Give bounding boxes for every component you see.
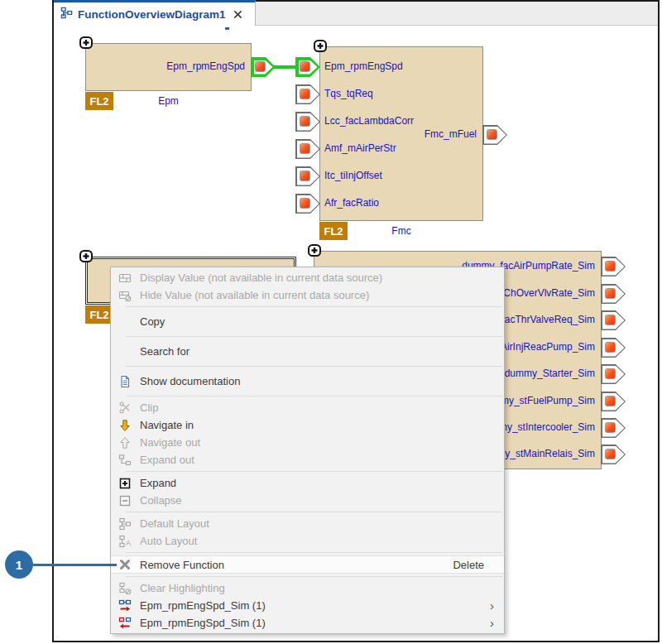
expand-icon	[118, 477, 132, 490]
menu-separator	[126, 552, 502, 553]
menu-item-remove-function[interactable]: Remove FunctionDelete	[111, 555, 504, 574]
output-port[interactable]	[251, 57, 276, 77]
no-icon	[118, 345, 132, 358]
port-label: Tqs_tqReq	[324, 88, 373, 100]
port-square	[300, 61, 310, 72]
input-port[interactable]	[295, 57, 320, 77]
tab-bar: FunctionOverviewDiagram1	[54, 0, 658, 26]
output-port[interactable]	[601, 284, 626, 304]
menu-item-hide-value: Hide Value (not available in current dat…	[111, 286, 504, 304]
remove-x-icon	[118, 558, 132, 571]
navigate-out-icon	[118, 436, 132, 449]
menu-item-navigate-in[interactable]: Navigate in	[111, 416, 504, 434]
input-port[interactable]	[295, 166, 320, 186]
block-name-label: Epm	[85, 95, 252, 107]
menu-item-label: Default Layout	[140, 517, 209, 530]
display-value-icon	[118, 272, 132, 285]
input-port[interactable]	[295, 139, 320, 159]
port-square	[605, 261, 616, 272]
port-square	[300, 89, 310, 99]
output-port[interactable]	[601, 338, 626, 358]
clear-highlighting-icon	[118, 582, 132, 595]
navigate-in-icon	[118, 419, 132, 432]
diagram-icon	[60, 7, 73, 22]
port-square	[605, 288, 616, 299]
highlight-sources-icon	[118, 599, 132, 613]
port-square	[300, 198, 310, 209]
menu-item-highlight-sources[interactable]: Epm_rpmEngSpd_Sim (1)›	[111, 597, 504, 614]
port-square	[605, 368, 616, 379]
output-port[interactable]	[601, 364, 626, 384]
menu-item-expand[interactable]: Expand	[111, 474, 504, 492]
block-badge: FL2	[85, 305, 113, 324]
submenu-arrow-icon: ›	[490, 599, 496, 612]
selection-marker	[225, 27, 229, 30]
output-port[interactable]	[601, 445, 626, 464]
port-square	[300, 143, 310, 154]
menu-item-clear-highlighting: Clear Highlighting	[111, 579, 504, 597]
auto-layout-icon: A	[118, 535, 132, 548]
scissors-icon	[118, 401, 132, 415]
port-square	[300, 116, 310, 127]
highlight-targets-icon	[118, 617, 132, 630]
expand-out-icon	[118, 454, 132, 467]
menu-separator	[126, 396, 502, 396]
menu-item-label: Hide Value (not available in current dat…	[140, 289, 369, 301]
output-port[interactable]	[601, 310, 626, 330]
expand-plus-button[interactable]	[79, 36, 93, 49]
menu-item-label: Epm_rpmEngSpd_Sim (1)	[140, 617, 266, 629]
diagram-window: FunctionOverviewDiagram1 Epm_rpmEngSpdFL…	[52, 0, 660, 642]
connection-line	[273, 65, 296, 69]
document-icon	[118, 375, 132, 388]
menu-item-search-for[interactable]: Search for	[111, 339, 504, 363]
menu-item-show-documentation[interactable]: Show documentation	[111, 369, 504, 393]
port-square	[605, 315, 616, 325]
output-port[interactable]	[601, 257, 626, 276]
tab-function-overview-diagram[interactable]: FunctionOverviewDiagram1	[54, 0, 256, 26]
menu-item-label: Collapse	[140, 494, 182, 507]
menu-separator	[126, 306, 502, 307]
output-port[interactable]	[601, 418, 626, 438]
diagram-canvas[interactable]: Epm_rpmEngSpdFL2EpmEpm_rpmEngSpdTqs_tqRe…	[54, 26, 658, 641]
menu-separator	[126, 336, 502, 337]
submenu-arrow-icon: ›	[490, 617, 496, 629]
port-label: Epm_rpmEngSpd	[89, 60, 245, 73]
callout-line	[33, 564, 117, 566]
menu-item-collapse: Collapse	[111, 492, 504, 509]
menu-item-label: Expand	[140, 477, 176, 489]
menu-item-default-layout: Default Layout	[111, 515, 504, 532]
default-layout-icon	[118, 517, 132, 531]
no-icon	[118, 315, 132, 329]
menu-item-label: Auto Layout	[140, 535, 197, 547]
output-port[interactable]	[482, 125, 507, 145]
port-label: Epm_rpmEngSpd	[324, 60, 403, 73]
expand-plus-button[interactable]	[308, 244, 321, 257]
close-icon[interactable]	[233, 9, 243, 20]
menu-item-label: Search for	[140, 345, 189, 358]
context-menu: Display Value (not available in current …	[110, 267, 505, 634]
menu-separator	[126, 471, 502, 472]
port-square	[300, 171, 310, 181]
menu-item-copy[interactable]: Copy	[111, 310, 504, 334]
menu-item-clip: Clip	[111, 399, 504, 416]
callout-number: 1	[16, 558, 22, 572]
tab-title: FunctionOverviewDiagram1	[78, 8, 226, 21]
port-label: Lcc_facLambdaCorr	[324, 115, 414, 127]
menu-separator	[126, 366, 502, 367]
menu-separator	[126, 512, 502, 512]
menu-item-label: Navigate out	[140, 436, 200, 449]
expand-plus-button[interactable]	[79, 250, 93, 262]
expand-plus-button[interactable]	[314, 40, 327, 52]
menu-item-label: Navigate in	[140, 419, 194, 431]
menu-item-label: Copy	[140, 315, 165, 328]
menu-separator	[126, 576, 502, 577]
input-port[interactable]	[295, 84, 320, 104]
port-square	[487, 129, 497, 140]
menu-item-label: Epm_rpmEngSpd_Sim (1)	[140, 599, 266, 612]
menu-item-label: Display Value (not available in current …	[140, 272, 382, 284]
output-port[interactable]	[601, 392, 626, 411]
input-port[interactable]	[295, 194, 320, 214]
input-port[interactable]	[295, 112, 320, 132]
menu-item-label: Expand out	[140, 454, 194, 466]
menu-item-highlight-targets[interactable]: Epm_rpmEngSpd_Sim (1)›	[111, 614, 504, 632]
